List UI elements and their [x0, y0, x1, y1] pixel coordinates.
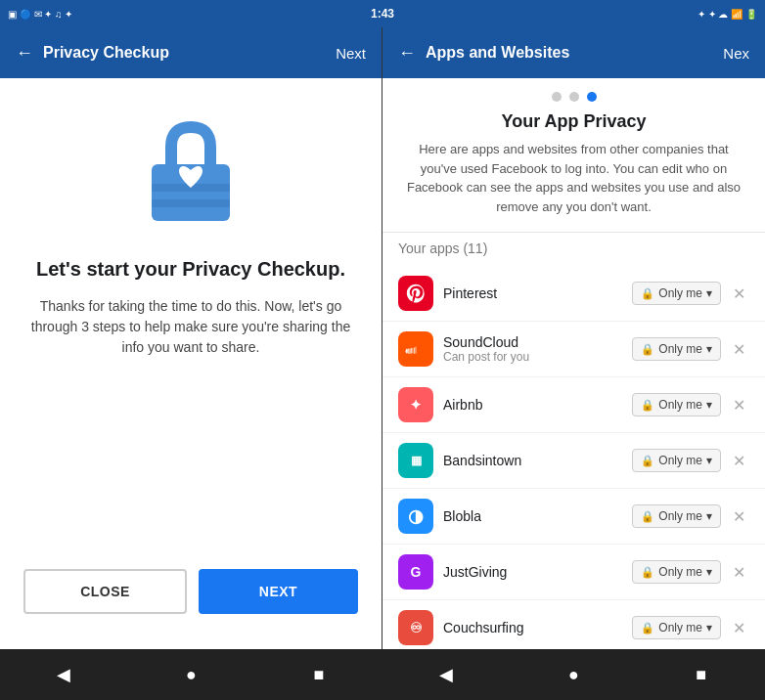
app-logo-soundcloud [398, 331, 433, 367]
chevron-down-icon: ▾ [706, 342, 712, 356]
app-remove-button[interactable]: ✕ [729, 561, 749, 584]
app-privacy-dropdown-couchsurfing[interactable]: 🔒 Only me ▾ [632, 616, 721, 639]
app-remove-button[interactable]: ✕ [729, 450, 749, 472]
status-icons-right: ✦ ✦ ☁ 📶 🔋 [698, 9, 757, 20]
left-next-button[interactable]: Next [336, 45, 366, 62]
app-logo-airbnb: ✦ [398, 387, 433, 422]
nav-recents-left[interactable]: ■ [294, 650, 343, 699]
dual-screens: ← Privacy Checkup Next Let' [0, 27, 765, 649]
svg-rect-2 [152, 199, 230, 207]
app-row: ✦ Airbnb 🔒 Only me ▾ ✕ [382, 377, 765, 433]
lock-icon-container [142, 117, 240, 229]
next-button[interactable]: NEXT [199, 569, 358, 614]
right-header: ← Apps and Websites Nex [382, 27, 765, 78]
chevron-down-icon: ▾ [706, 621, 712, 634]
apps-section-title: Your apps (11) [382, 232, 765, 266]
lock-small-icon: 🔒 [641, 622, 654, 634]
app-info-pinterest: Pinterest [443, 285, 632, 301]
app-logo-justgiving: G [398, 554, 433, 590]
app-subtitle: Can post for you [443, 350, 632, 364]
chevron-down-icon: ▾ [706, 509, 712, 523]
app-remove-button[interactable]: ✕ [729, 505, 749, 528]
privacy-label: Only me [658, 454, 702, 467]
nav-recents-right[interactable]: ■ [677, 650, 726, 699]
app-privacy-dropdown-justgiving[interactable]: 🔒 Only me ▾ [632, 560, 721, 584]
privacy-label: Only me [658, 342, 702, 356]
status-icons-left: ▣ 🔵 ✉ ✦ ♫ ✦ [8, 9, 72, 20]
app-name: JustGiving [443, 564, 632, 580]
dots-indicator [382, 78, 765, 111]
app-info-couchsurfing: Couchsurfing [443, 620, 632, 635]
chevron-down-icon: ▾ [706, 454, 712, 467]
app-row: G JustGiving 🔒 Only me ▾ ✕ [382, 545, 765, 600]
lock-small-icon: 🔒 [641, 566, 654, 579]
privacy-checkup-title: Let's start your Privacy Checkup. [36, 258, 345, 281]
app-info-soundcloud: SoundCloud Can post for you [443, 334, 632, 364]
lock-small-icon: 🔒 [641, 399, 654, 412]
lock-small-icon: 🔒 [641, 455, 654, 467]
nav-home-left[interactable]: ● [166, 650, 215, 699]
app-remove-button[interactable]: ✕ [729, 394, 749, 416]
lock-icon [142, 117, 240, 225]
right-back-button[interactable]: ← [398, 43, 416, 64]
app-logo-blobla: ◑ [398, 499, 433, 534]
right-header-title: Apps and Websites [426, 44, 723, 62]
app-info-airbnb: Airbnb [443, 397, 632, 413]
left-back-button[interactable]: ← [16, 43, 33, 64]
lock-small-icon: 🔒 [641, 287, 654, 300]
app-privacy-dropdown-blobla[interactable]: 🔒 Only me ▾ [632, 504, 721, 528]
right-next-button[interactable]: Nex [723, 45, 749, 62]
back-icon: ◀ [57, 664, 70, 685]
app-privacy-dropdown-bandsintown[interactable]: 🔒 Only me ▾ [632, 449, 721, 472]
nav-back-left[interactable]: ◀ [39, 650, 88, 699]
app-remove-button[interactable]: ✕ [729, 617, 749, 639]
status-time: 1:43 [371, 7, 394, 21]
status-bar-left: ▣ 🔵 ✉ ✦ ♫ ✦ [8, 9, 382, 20]
app-row: ◑ Blobla 🔒 Only me ▾ ✕ [382, 489, 765, 545]
recents-icon: ■ [313, 665, 324, 685]
right-content: Your App Privacy Here are apps and websi… [382, 78, 765, 649]
app-row: SoundCloud Can post for you 🔒 Only me ▾ … [382, 322, 765, 377]
dot-3 [587, 92, 597, 102]
dot-2 [569, 92, 579, 102]
app-privacy-dropdown-airbnb[interactable]: 🔒 Only me ▾ [632, 393, 721, 416]
app-info-blobla: Blobla [443, 508, 632, 524]
privacy-label: Only me [658, 621, 702, 634]
app-row: ▦ Bandsintown 🔒 Only me ▾ ✕ [382, 433, 765, 489]
privacy-label: Only me [658, 509, 702, 523]
left-button-group: CLOSE NEXT [23, 553, 358, 630]
privacy-checkup-desc: Thanks for taking the time to do this. N… [23, 296, 358, 358]
left-header-title: Privacy Checkup [43, 44, 336, 62]
app-name: Couchsurfing [443, 620, 632, 635]
app-row: Pinterest 🔒 Only me ▾ ✕ [382, 266, 765, 322]
app-remove-button[interactable]: ✕ [729, 283, 749, 305]
chevron-down-icon: ▾ [706, 565, 712, 579]
app-logo-bandsintown: ▦ [398, 443, 433, 478]
screen-right: ← Apps and Websites Nex Your App Privacy… [382, 27, 765, 649]
bottom-nav: ◀ ● ■ ◀ ● ■ [0, 649, 765, 700]
app-privacy-desc: Here are apps and websites from other co… [382, 140, 765, 232]
status-bar-right: ✦ ✦ ☁ 📶 🔋 [382, 9, 757, 20]
lock-small-icon: 🔒 [641, 510, 654, 523]
app-row: ♾ Couchsurfing 🔒 Only me ▾ ✕ [382, 600, 765, 649]
app-info-bandsintown: Bandsintown [443, 453, 632, 468]
app-name: Airbnb [443, 397, 632, 413]
app-name: Bandsintown [443, 453, 632, 468]
app-privacy-title: Your App Privacy [382, 111, 765, 140]
chevron-down-icon: ▾ [706, 286, 712, 300]
app-logo-pinterest [398, 276, 433, 311]
status-bar: ▣ 🔵 ✉ ✦ ♫ ✦ 1:43 ✦ ✦ ☁ 📶 🔋 [0, 0, 765, 27]
app-name: Pinterest [443, 285, 632, 301]
back-icon-right: ◀ [439, 664, 453, 685]
screen-left: ← Privacy Checkup Next Let' [0, 27, 382, 649]
app-name: SoundCloud [443, 334, 632, 350]
app-privacy-dropdown-soundcloud[interactable]: 🔒 Only me ▾ [632, 337, 721, 361]
nav-back-right[interactable]: ◀ [422, 650, 471, 699]
home-icon-right: ● [568, 665, 579, 685]
app-privacy-dropdown-pinterest[interactable]: 🔒 Only me ▾ [632, 282, 721, 305]
nav-home-right[interactable]: ● [549, 650, 598, 699]
left-content: Let's start your Privacy Checkup. Thanks… [0, 78, 382, 649]
app-remove-button[interactable]: ✕ [729, 338, 749, 361]
privacy-label: Only me [658, 565, 702, 579]
close-button[interactable]: CLOSE [23, 569, 187, 614]
